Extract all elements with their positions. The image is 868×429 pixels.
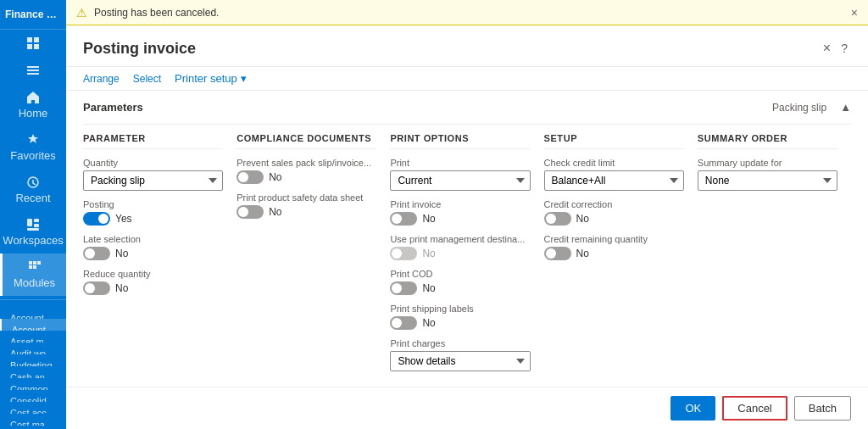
dialog-close-button[interactable]: × <box>820 37 834 59</box>
dialog-help-button[interactable]: ? <box>837 38 851 58</box>
setup-col-header: SETUP <box>544 133 684 149</box>
late-selection-field: Late selection No <box>83 234 223 260</box>
posting-toggle-label: Yes <box>115 213 132 225</box>
sidebar-menu-item-budgeting[interactable]: Budgeting <box>0 354 66 366</box>
sidebar-item-workspaces[interactable]: Workspaces <box>0 211 66 254</box>
sidebar-menu-item-audit-workbe[interactable]: Audit workbe... <box>0 343 66 354</box>
summary-update-field: Summary update for None Invoice account … <box>698 158 837 191</box>
svg-rect-16 <box>33 265 36 269</box>
summary-order-column: SUMMARY ORDER Summary update for None In… <box>698 133 851 380</box>
sidebar-menu-item-accounts-pay[interactable]: Accounts pay... <box>0 307 66 319</box>
posting-label: Posting <box>83 199 223 209</box>
print-charges-select[interactable]: Show details None Summary <box>390 351 530 371</box>
sidebar-menu-item-asset-manage[interactable]: Asset manage... <box>0 331 66 343</box>
prevent-toggle[interactable] <box>236 170 264 184</box>
sidebar-menu-item-credit-c[interactable]: Credit and c... <box>0 426 66 429</box>
printer-setup-dropdown[interactable]: Printer setup ▾ <box>175 72 247 85</box>
sidebar-menu-list: Accounts pay... Accounts rec... Asset ma… <box>0 304 66 429</box>
quantity-field: Quantity Packing slip All Pick list <box>83 158 223 191</box>
svg-rect-2 <box>27 44 32 49</box>
quantity-select[interactable]: Packing slip All Pick list <box>83 170 223 191</box>
prevent-label: Prevent sales pack slip/invoice... <box>236 158 376 168</box>
svg-rect-12 <box>29 261 32 265</box>
parameters-collapse-button[interactable]: ▲ <box>840 101 851 114</box>
svg-rect-10 <box>34 224 39 227</box>
posting-toggle-row: Yes <box>83 212 223 226</box>
check-credit-label: Check credit limit <box>544 158 684 168</box>
svg-rect-3 <box>34 44 39 49</box>
check-credit-field: Check credit limit Balance+All None Bala… <box>544 158 684 191</box>
content-area: Parameters Packing slip ▲ PARAMETER Quan… <box>66 91 868 387</box>
sidebar-item-favorites-label: Favorites <box>10 149 55 162</box>
batch-button[interactable]: Batch <box>794 396 851 421</box>
use-print-field: Use print management destina... No <box>390 234 530 260</box>
credit-remaining-toggle-row: No <box>544 247 684 260</box>
notification-text: Posting has been canceled. <box>94 7 219 19</box>
print-shipping-toggle[interactable] <box>390 316 417 330</box>
posting-toggle[interactable] <box>83 212 110 226</box>
print-cod-label: Print COD <box>390 269 530 279</box>
summary-update-select[interactable]: None Invoice account Order <box>698 170 837 191</box>
svg-rect-13 <box>33 261 36 265</box>
reduce-quantity-toggle-row: No <box>83 281 223 295</box>
check-credit-select[interactable]: Balance+All None Balance <box>544 170 684 191</box>
clock-icon <box>26 176 40 189</box>
dialog-title: Posting invoice <box>83 40 196 58</box>
parameters-header-right: Packing slip ▲ <box>772 101 851 114</box>
print-shipping-label: Print shipping labels <box>390 304 530 314</box>
arrange-button[interactable]: Arrange <box>83 73 120 85</box>
sidebar-item-modules[interactable]: Modules <box>0 254 66 296</box>
late-selection-toggle-label: No <box>115 248 128 259</box>
home-icon <box>26 91 40 104</box>
print-cod-toggle[interactable] <box>390 281 417 295</box>
sidebar-item-recent[interactable]: Recent <box>0 169 66 211</box>
notification-close-button[interactable]: × <box>851 6 858 20</box>
prevent-toggle-label: No <box>269 171 281 183</box>
sidebar-item-grid[interactable] <box>0 30 66 57</box>
notification-bar: ⚠ Posting has been canceled. × <box>66 0 868 25</box>
sidebar-menu-item-common[interactable]: Common <box>0 378 66 390</box>
late-selection-toggle[interactable] <box>83 247 110 260</box>
print-invoice-toggle[interactable] <box>390 212 417 226</box>
sidebar-item-home[interactable]: Home <box>0 84 66 126</box>
cancel-button[interactable]: Cancel <box>722 396 787 421</box>
ok-button[interactable]: OK <box>670 396 715 421</box>
print-product-toggle-label: No <box>269 206 281 218</box>
sidebar-menu-item-consolidatio[interactable]: Consolidatio... <box>0 390 66 402</box>
svg-rect-14 <box>37 261 41 265</box>
print-charges-field: Print charges Show details None Summary <box>390 338 530 371</box>
sidebar-item-menu[interactable] <box>0 57 66 84</box>
compliance-column: COMPLIANCE DOCUMENTS Prevent sales pack … <box>236 133 390 380</box>
svg-rect-15 <box>29 265 32 269</box>
parameters-title: Parameters <box>83 101 143 114</box>
setup-column: SETUP Check credit limit Balance+All Non… <box>544 133 698 380</box>
sidebar-menu-item-cost-manage[interactable]: Cost manage... <box>0 414 66 426</box>
print-invoice-field: Print invoice No <box>390 199 530 226</box>
printer-setup-label: Printer setup <box>175 72 237 85</box>
warning-icon: ⚠ <box>76 6 87 20</box>
sidebar-menu-item-cash-ban[interactable]: Cash and ban... <box>0 366 66 378</box>
compliance-col-header: COMPLIANCE DOCUMENTS <box>236 133 376 149</box>
print-invoice-toggle-row: No <box>390 212 530 226</box>
credit-correction-field: Credit correction No <box>544 199 684 226</box>
print-select[interactable]: Current All None <box>390 170 530 191</box>
late-selection-label: Late selection <box>83 234 223 244</box>
sidebar-menu-item-cost-account[interactable]: Cost account... <box>0 402 66 414</box>
sidebar-item-favorites[interactable]: Favorites <box>0 126 66 169</box>
print-shipping-toggle-row: No <box>390 316 530 330</box>
parameters-section-header: Parameters Packing slip ▲ <box>83 101 851 114</box>
print-product-label: Print product safety data sheet <box>236 192 376 203</box>
dialog-header: Posting invoice × ? <box>66 25 868 67</box>
prevent-field: Prevent sales pack slip/invoice... No <box>236 158 376 184</box>
credit-remaining-toggle[interactable] <box>544 247 571 260</box>
select-button[interactable]: Select <box>133 73 161 85</box>
credit-remaining-label: Credit remaining quantity <box>544 234 684 244</box>
reduce-quantity-toggle[interactable] <box>83 281 110 295</box>
credit-remaining-toggle-label: No <box>576 248 589 259</box>
print-product-toggle[interactable] <box>236 205 264 219</box>
sidebar: Finance an... Home Favorites Recent Work… <box>0 0 66 429</box>
credit-correction-toggle[interactable] <box>544 212 571 226</box>
sidebar-menu-item-accounts-rec[interactable]: Accounts rec... <box>0 319 66 331</box>
sidebar-item-workspaces-label: Workspaces <box>3 234 63 247</box>
grid-icon <box>26 36 40 50</box>
